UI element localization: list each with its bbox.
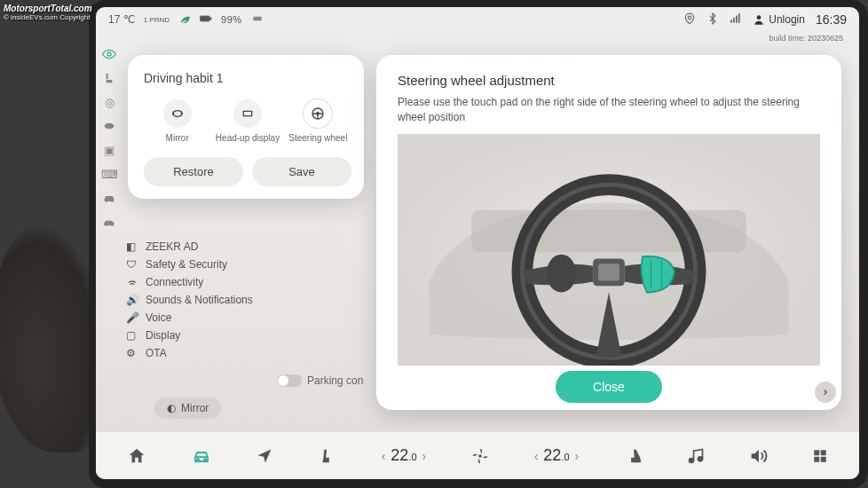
chevron-left-icon[interactable]: ‹ — [534, 449, 539, 463]
svg-point-14 — [106, 224, 107, 226]
svg-rect-38 — [814, 456, 819, 461]
status-bar: 17 ℃ 1 PRND 99% — [96, 7, 859, 32]
battery-icon — [200, 12, 212, 28]
chevron-left-icon[interactable]: ‹ — [382, 449, 386, 463]
svg-rect-39 — [821, 456, 826, 461]
steering-wheel-illustration — [398, 134, 820, 366]
charging-icon — [251, 12, 264, 28]
svg-rect-6 — [733, 17, 735, 22]
wifi-icon — [126, 276, 138, 288]
temp-right-value: 22.0 — [543, 446, 569, 465]
chevron-right-icon[interactable]: › — [575, 449, 580, 463]
bluetooth-icon[interactable] — [706, 12, 719, 28]
option-hud[interactable]: Head-up display — [214, 99, 280, 143]
car-front-icon[interactable]: ▣ — [101, 142, 117, 158]
chevron-right-icon[interactable]: › — [422, 449, 427, 463]
watermark: MotorsportTotal.com © insideEVs.com Copy… — [4, 4, 92, 21]
temp-right-control[interactable]: ‹ 22.0 › — [534, 446, 580, 465]
seat-icon[interactable] — [101, 70, 117, 86]
svg-point-31 — [197, 459, 199, 460]
option-steering-wheel[interactable]: Steering wheel — [285, 99, 351, 143]
driving-habit-popup: Driving habit 1 Mirror Head-up display S… — [128, 55, 364, 199]
restore-button[interactable]: Restore — [144, 157, 243, 186]
build-time-label: build time: 20230625 — [769, 34, 843, 43]
clock: 16:39 — [816, 12, 847, 27]
close-button[interactable]: Close — [556, 371, 662, 403]
svg-point-13 — [111, 201, 113, 202]
user-button[interactable]: Unlogin — [753, 13, 805, 26]
temp-left-control[interactable]: ‹ 22.0 › — [382, 446, 427, 465]
mirror-icon — [163, 99, 192, 128]
svg-rect-36 — [814, 450, 819, 455]
speaker-icon: 🔊 — [126, 294, 138, 306]
screen: 17 ℃ 1 PRND 99% — [96, 7, 859, 479]
svg-point-9 — [757, 15, 761, 20]
seat-right-button[interactable] — [623, 446, 643, 466]
svg-point-4 — [689, 16, 692, 20]
navigation-button[interactable] — [256, 447, 273, 465]
popup-title: Steering wheel adjustment — [398, 73, 820, 88]
parking-toggle-row[interactable]: Parking con — [277, 374, 363, 387]
signal-icon — [730, 12, 742, 28]
keyboard-icon[interactable]: ⌨ — [101, 166, 117, 182]
car-body-icon[interactable] — [101, 190, 117, 206]
fan-button[interactable] — [470, 446, 490, 466]
bottom-dock: ‹ 22.0 › ‹ 22.0 › — [96, 431, 859, 479]
svg-rect-3 — [253, 16, 261, 20]
svg-rect-19 — [244, 112, 251, 115]
mirror-icon: ◐ — [167, 402, 176, 414]
hud-icon — [233, 99, 262, 128]
car-side-icon[interactable] — [101, 214, 117, 230]
popup-title: Driving habit 1 — [144, 71, 351, 85]
toggle-switch[interactable] — [277, 374, 302, 387]
home-button[interactable] — [127, 446, 146, 466]
settings-sidebar: ◎ ▣ ⌨ — [96, 43, 122, 426]
svg-rect-23 — [471, 209, 746, 252]
shield-icon: 🛡 — [126, 258, 138, 271]
svg-rect-7 — [736, 15, 738, 22]
steering-wheel-icon — [304, 99, 332, 128]
apps-button[interactable] — [812, 448, 828, 464]
temp-left-value: 22.0 — [391, 446, 416, 465]
battery-percent: 99% — [221, 14, 242, 25]
svg-rect-8 — [738, 13, 740, 23]
location-icon[interactable] — [683, 12, 696, 28]
svg-point-17 — [174, 111, 181, 115]
svg-point-21 — [317, 113, 320, 115]
mirror-chip[interactable]: ◐ Mirror — [154, 397, 221, 419]
car-settings-button[interactable] — [191, 445, 212, 467]
svg-point-15 — [111, 224, 113, 226]
svg-rect-1 — [210, 17, 211, 19]
temperature-readout: 17 ℃ — [108, 13, 135, 26]
svg-point-12 — [106, 201, 107, 202]
option-mirror[interactable]: Mirror — [144, 99, 210, 143]
svg-point-11 — [105, 123, 114, 130]
next-page-button[interactable] — [815, 382, 836, 403]
steering-adjustment-popup: Steering wheel adjustment Please use the… — [376, 55, 841, 410]
svg-point-34 — [689, 458, 693, 462]
eye-icon[interactable] — [101, 46, 117, 62]
music-button[interactable] — [687, 447, 705, 465]
svg-point-35 — [698, 456, 702, 460]
gear-icon: ⚙ — [126, 347, 138, 359]
seat-left-button[interactable] — [318, 446, 337, 466]
popup-description: Please use the touch pad on the right si… — [398, 95, 820, 125]
volume-button[interactable] — [748, 446, 768, 466]
svg-point-33 — [478, 454, 482, 458]
svg-rect-2 — [201, 16, 209, 20]
svg-rect-37 — [821, 450, 826, 455]
svg-point-32 — [204, 459, 206, 460]
svg-point-28 — [547, 254, 576, 292]
svg-point-10 — [107, 52, 111, 56]
eco-leaf-icon — [178, 12, 191, 28]
steering-icon[interactable]: ◎ — [101, 94, 117, 110]
svg-rect-5 — [730, 20, 732, 23]
display-icon: ▢ — [126, 329, 138, 342]
mirror-side-icon[interactable] — [101, 118, 117, 134]
svg-rect-27 — [598, 264, 619, 280]
ad-icon: ◧ — [126, 240, 138, 253]
mic-icon: 🎤 — [126, 311, 138, 324]
drive-mode-indicator: 1 PRND — [144, 16, 170, 24]
save-button[interactable]: Save — [252, 157, 351, 186]
tablet-bezel: 17 ℃ 1 PRND 99% — [89, 0, 868, 488]
